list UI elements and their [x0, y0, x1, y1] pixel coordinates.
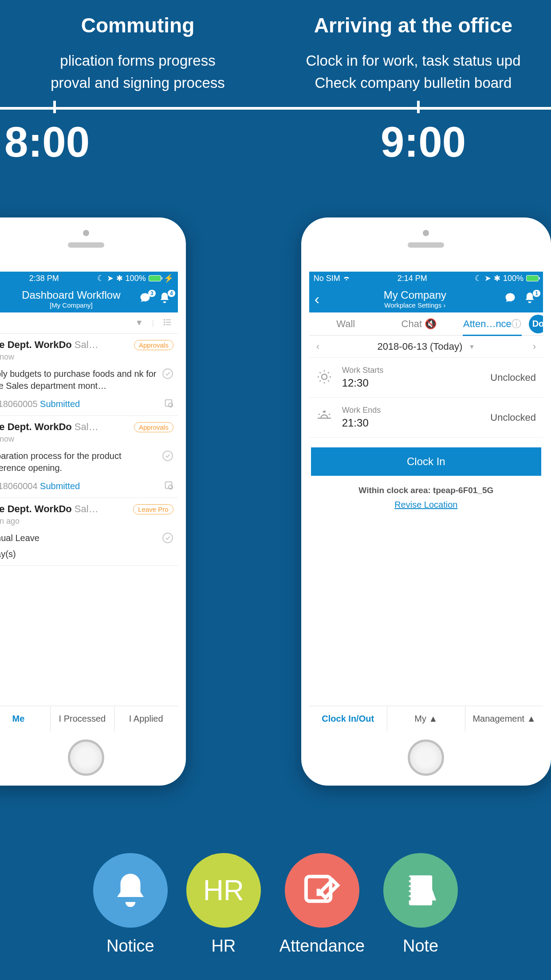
chat-icon[interactable]: 3: [139, 292, 153, 306]
nav-title: My Company: [328, 289, 502, 301]
screen-attendance: No SIM 2:14 PM ☾ ➤ ✱ 100% ‹ My Company: [309, 272, 543, 731]
tab-management[interactable]: Management ▲: [465, 706, 543, 731]
work-starts-status: Unclocked: [490, 372, 536, 383]
wifi-icon: [343, 274, 350, 283]
workflow-desc: nnual Leave: [0, 532, 157, 544]
bell-badge: 1: [533, 290, 540, 297]
workflow-id: Q18060005: [0, 399, 38, 409]
tab-chat[interactable]: Chat 🔇: [382, 313, 456, 335]
info-icon: ⓘ: [512, 318, 521, 329]
chat-badge: 3: [148, 290, 156, 297]
workflow-time: min ago: [0, 517, 173, 526]
carrier-text: No SIM: [314, 274, 340, 283]
nav-subtitle[interactable]: Workplace Settings ›: [328, 301, 502, 309]
sun-icon: [316, 369, 334, 387]
home-button[interactable]: [408, 739, 444, 776]
check-icon: [162, 368, 173, 381]
battery-pct: 100%: [126, 274, 146, 283]
timeline-tick-right: [417, 101, 420, 113]
location-icon: ➤: [484, 273, 491, 283]
back-button[interactable]: ‹: [315, 290, 328, 308]
detail-icon[interactable]: [164, 398, 173, 410]
battery-pct: 100%: [503, 274, 523, 283]
workflow-title-gray: Sal…: [72, 339, 98, 350]
svg-point-12: [163, 533, 173, 543]
filter-list-icon[interactable]: [163, 317, 173, 329]
filter-dropdown-icon[interactable]: ▼: [135, 318, 143, 328]
workflow-list: ale Dept. WorkDo Sal… Approvals st now p…: [0, 334, 178, 566]
feature-note[interactable]: A Note: [383, 853, 458, 956]
workflow-item[interactable]: ale Dept. WorkDo Sal… Leave Pro min ago …: [0, 498, 178, 566]
date-dropdown-icon[interactable]: ▼: [468, 343, 475, 350]
camera-dot: [423, 230, 429, 236]
sunset-icon: [316, 409, 334, 427]
timeline-left-time: 8:00: [0, 118, 260, 166]
tab-attendance[interactable]: Atten…nceⓘ: [456, 312, 529, 336]
tab-applied[interactable]: I Applied: [114, 706, 178, 731]
work-ends-status: Unclocked: [490, 412, 536, 423]
check-icon: [162, 450, 173, 463]
tab-me[interactable]: Me: [0, 706, 51, 731]
workflow-status: Submitted: [40, 481, 80, 491]
date-prev-icon[interactable]: ‹: [316, 341, 319, 352]
bluetooth-icon: ✱: [116, 273, 123, 283]
svg-point-9: [163, 451, 173, 461]
feature-hr[interactable]: HR HR: [186, 853, 261, 956]
mute-icon: 🔇: [425, 318, 437, 329]
timeline-right-title: Arriving at the office: [276, 13, 551, 37]
tab-processed[interactable]: I Processed: [51, 706, 114, 731]
work-starts-time: 12:30: [342, 377, 483, 389]
speaker-slot: [408, 242, 444, 248]
workflow-item[interactable]: ale Dept. WorkDo Sal… Approvals st now e…: [0, 416, 178, 498]
phone-workflow: 2:38 PM ☾ ➤ ✱ 100% ⚡ Dashboard Workflow …: [0, 217, 186, 786]
feature-notice[interactable]: Notice: [93, 853, 168, 956]
workflow-title-gray: Sal…: [72, 503, 98, 514]
feature-label: Attendance: [279, 937, 365, 956]
feature-attendance[interactable]: Attendance: [279, 853, 365, 956]
bell-icon[interactable]: 4: [158, 292, 173, 306]
work-ends-label: Work Ends: [342, 406, 483, 415]
clock-in-button[interactable]: Clock In: [311, 447, 541, 476]
workflow-time: st now: [0, 435, 173, 444]
timeline-left-desc1: plication forms progress: [0, 50, 276, 72]
status-time: 2:14 PM: [398, 274, 427, 283]
workflow-pill: Approvals: [134, 340, 173, 350]
bell-icon[interactable]: 1: [523, 292, 538, 306]
nav-header: ‹ My Company Workplace Settings › 1: [309, 285, 543, 312]
note-icon: A: [401, 870, 441, 910]
phone-top-hardware: [0, 217, 186, 248]
feature-icons-row: Notice HR HR Attendance A Note: [0, 853, 551, 956]
timeline-right-desc1: Clock in for work, task status upd: [276, 50, 551, 72]
detail-icon[interactable]: [164, 480, 173, 492]
main-tabs: Wall Chat 🔇 Atten…nceⓘ Do: [309, 312, 543, 336]
workflow-item[interactable]: ale Dept. WorkDo Sal… Approvals st now p…: [0, 334, 178, 416]
workflow-pill: Approvals: [134, 422, 173, 432]
camera-dot: [83, 230, 89, 236]
tab-clock-inout[interactable]: Clock In/Out: [309, 706, 387, 731]
location-icon: ➤: [107, 273, 114, 283]
chat-icon[interactable]: [504, 292, 518, 306]
workflow-status: Submitted: [40, 399, 80, 409]
tab-wall[interactable]: Wall: [309, 313, 382, 335]
do-button[interactable]: Do: [529, 315, 543, 333]
date-text[interactable]: 2018-06-13 (Today): [377, 341, 462, 352]
home-button[interactable]: [68, 739, 104, 776]
check-icon: [162, 532, 173, 545]
nav-header: Dashboard Workflow [My Company] 3 4: [0, 285, 178, 312]
workflow-title: ale Dept. WorkDo: [0, 421, 72, 432]
bluetooth-icon: ✱: [494, 273, 500, 283]
workflow-time: st now: [0, 352, 173, 362]
phone-top-hardware: [301, 217, 551, 248]
svg-point-5: [164, 324, 165, 325]
date-next-icon[interactable]: ›: [533, 341, 536, 352]
timeline-left-title: Commuting: [0, 13, 276, 37]
timeline-line: [0, 107, 551, 110]
revise-location-link[interactable]: Revise Location: [309, 500, 543, 510]
charging-icon: ⚡: [164, 273, 173, 283]
status-bar: No SIM 2:14 PM ☾ ➤ ✱ 100%: [309, 272, 543, 285]
timeline-tick-left: [53, 101, 56, 113]
tab-my[interactable]: My ▲: [387, 706, 465, 731]
nav-title: Dashboard Workflow: [5, 289, 137, 301]
date-navigator: ‹ 2018-06-13 (Today) ▼ ›: [309, 336, 543, 358]
moon-icon: ☾: [475, 273, 482, 283]
